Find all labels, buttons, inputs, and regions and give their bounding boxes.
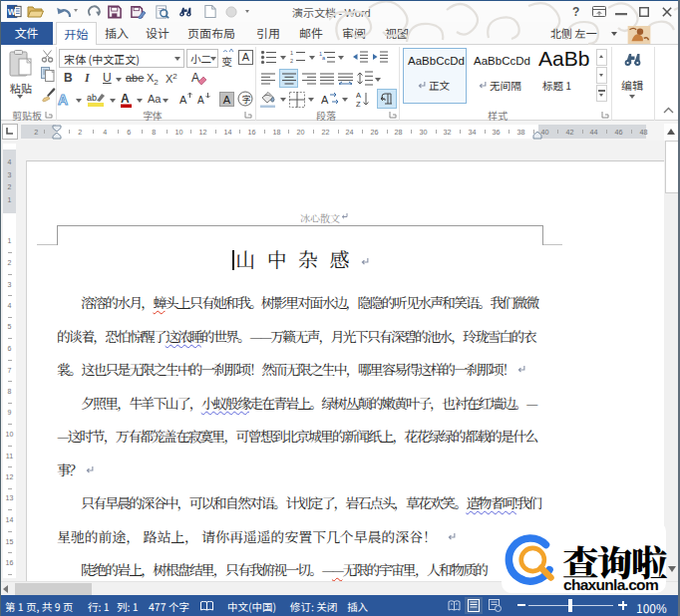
svg-text:A: A xyxy=(121,92,130,106)
svg-text:A: A xyxy=(356,91,361,100)
svg-text:A: A xyxy=(197,95,204,106)
svg-text:2: 2 xyxy=(290,58,293,64)
svg-text:ab: ab xyxy=(87,93,97,103)
svg-text:W: W xyxy=(8,7,16,17)
svg-text:A: A xyxy=(179,94,187,106)
svg-text:a: a xyxy=(322,55,326,61)
svg-text:1: 1 xyxy=(290,50,293,56)
svg-text:A: A xyxy=(58,92,68,108)
svg-text:Z: Z xyxy=(356,100,361,108)
svg-text:A: A xyxy=(191,71,199,85)
svg-text:A: A xyxy=(321,94,329,106)
svg-text:字: 字 xyxy=(242,93,251,106)
